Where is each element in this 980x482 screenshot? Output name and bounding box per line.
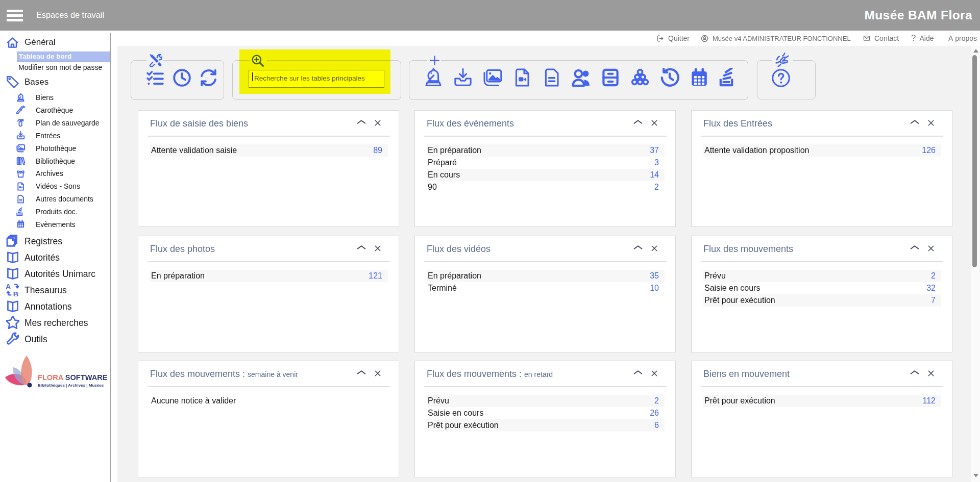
svg-text:Bibliothèques | Archives | Mus: Bibliothèques | Archives | Musées xyxy=(38,383,104,388)
svg-text:B: B xyxy=(13,290,18,296)
svg-text:FLORA SOFTWARE: FLORA SOFTWARE xyxy=(38,373,108,382)
svg-text:A: A xyxy=(6,283,11,291)
